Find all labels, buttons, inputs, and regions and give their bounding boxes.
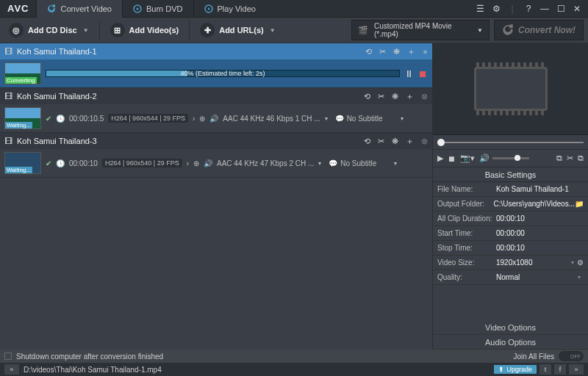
- chevron-down-icon: ▼: [477, 27, 483, 34]
- remove-icon[interactable]: ●: [423, 47, 428, 56]
- add-icon[interactable]: ＋: [407, 46, 415, 57]
- film-icon: 🎬: [358, 26, 368, 35]
- chevron-right-icon[interactable]: ›: [193, 115, 195, 123]
- subtitle-icon: 💬: [329, 159, 337, 167]
- check-icon[interactable]: ✔: [46, 159, 51, 167]
- film-plus-icon: ⊞: [114, 26, 121, 35]
- clock-icon: 🕓: [56, 159, 65, 167]
- next-button[interactable]: »: [569, 364, 584, 375]
- help-icon[interactable]: ?: [523, 4, 534, 14]
- video-item[interactable]: 🎞 Koh Samui Thailand-1 ⟲ ✂ ❋ ＋ ● Convert…: [0, 43, 432, 88]
- output-folder-input[interactable]: C:\Users\yangh\Videos...: [494, 200, 575, 208]
- start-time-input[interactable]: 00:00:00: [496, 229, 584, 237]
- side-panel: ▶ ⏹ 📷▾ 🔊 ⧉ ✂ ⧉ Basic Settings File Name:…: [432, 43, 588, 350]
- preview-timeline[interactable]: [433, 135, 588, 150]
- chevron-down-icon[interactable]: ▾: [318, 160, 321, 167]
- refresh-icon: [47, 4, 56, 13]
- stop-button[interactable]: ⏹: [418, 68, 428, 79]
- video-thumbnail: Converting: [4, 62, 41, 84]
- close-icon[interactable]: ✕: [572, 4, 582, 14]
- clock-icon: 🕓: [56, 115, 65, 123]
- join-files-toggle[interactable]: OFF: [559, 351, 584, 361]
- chevron-down-icon: ▼: [270, 27, 276, 34]
- add-urls-button[interactable]: ✚ Add URL(s) ▼: [196, 20, 279, 40]
- facebook-icon[interactable]: f: [554, 364, 566, 375]
- remove-icon[interactable]: ⊗: [421, 92, 428, 101]
- cut-icon[interactable]: ✂: [567, 153, 573, 163]
- refresh-icon[interactable]: ⟲: [365, 47, 372, 57]
- output-profile-select[interactable]: 🎬 Customized MP4 Movie (*.mp4) ▼: [351, 20, 490, 40]
- subtitle-select[interactable]: 💬 No Subtitle ▾: [332, 115, 406, 123]
- video-size-select[interactable]: 1920x1080: [496, 258, 568, 267]
- status-badge: Waiting...: [5, 122, 32, 129]
- snapshot-button[interactable]: 📷▾: [460, 153, 475, 163]
- mark-out-icon[interactable]: ⧉: [578, 153, 584, 163]
- preview-controls: ▶ ⏹ 📷▾ 🔊 ⧉ ✂ ⧉: [433, 150, 588, 167]
- video-list: 🎞 Koh Samui Thailand-1 ⟲ ✂ ❋ ＋ ● Convert…: [0, 43, 432, 350]
- footer: Shutdown computer after conversion finis…: [0, 350, 588, 376]
- audio-options-button[interactable]: Audio Options: [433, 335, 588, 350]
- stop-time-input[interactable]: 00:00:10: [496, 244, 584, 252]
- status-badge: Waiting...: [5, 167, 32, 173]
- convert-now-button[interactable]: Convert Now!: [494, 20, 584, 40]
- refresh-icon[interactable]: ⟲: [364, 92, 370, 101]
- chevron-down-icon[interactable]: ▾: [325, 115, 328, 122]
- twitter-icon[interactable]: t: [539, 364, 551, 375]
- chevron-down-icon[interactable]: ▾: [575, 274, 584, 281]
- add-cd-disc-button[interactable]: ◎ Add CD Disc ▼: [4, 20, 93, 40]
- chevron-down-icon: ▼: [83, 27, 89, 34]
- add-videos-button[interactable]: ⊞ Add Video(s): [106, 20, 184, 40]
- effects-icon[interactable]: ❋: [393, 47, 400, 57]
- play-button[interactable]: ▶: [437, 153, 443, 163]
- check-icon[interactable]: ✔: [46, 115, 51, 123]
- remove-icon[interactable]: ⊗: [421, 137, 428, 146]
- pause-button[interactable]: ⏸: [404, 68, 414, 79]
- tab-play-video[interactable]: Play Video: [193, 0, 266, 18]
- timeline-thumb[interactable]: [437, 139, 445, 146]
- subtitle-icon: 💬: [335, 115, 344, 123]
- chevron-down-icon: ▾: [401, 115, 404, 122]
- browse-folder-icon[interactable]: 📁: [575, 200, 584, 208]
- shutdown-checkbox[interactable]: [4, 352, 12, 360]
- audio-icon: ⊕: [199, 115, 205, 123]
- minimize-icon[interactable]: —: [539, 4, 550, 14]
- chevron-down-icon[interactable]: ▾: [568, 259, 577, 266]
- main-toolbar: ◎ Add CD Disc ▼ ⊞ Add Video(s) ✚ Add URL…: [0, 18, 588, 43]
- refresh-icon[interactable]: ⟲: [364, 137, 370, 146]
- tab-convert-video[interactable]: Convert Video: [36, 0, 122, 18]
- add-icon[interactable]: ＋: [406, 91, 414, 102]
- disc-icon: [133, 4, 142, 13]
- volume-slider[interactable]: [492, 157, 529, 159]
- filmstrip-icon: [474, 67, 548, 111]
- video-thumbnail: Waiting...: [4, 152, 41, 174]
- upgrade-button[interactable]: ⬆Upgrade: [494, 365, 537, 374]
- video-item[interactable]: 🎞 Koh Samui Thailand-2 ⟲ ✂ ❋ ＋ ⊗ Waiting…: [0, 88, 432, 133]
- file-path: D:\videos\Thai\Koh Samui Thailand-1.mp4: [24, 366, 162, 374]
- tab-burn-dvd[interactable]: Burn DVD: [122, 0, 193, 18]
- settings-icon[interactable]: ⚙: [491, 4, 501, 14]
- menu-icon[interactable]: ☰: [475, 4, 485, 14]
- filename-input[interactable]: Koh Samui Thailand-1: [496, 185, 584, 193]
- disc-plus-icon: ◎: [12, 26, 20, 35]
- effects-icon[interactable]: ❋: [392, 137, 398, 146]
- mark-in-icon[interactable]: ⧉: [556, 153, 562, 163]
- volume-icon[interactable]: 🔊: [479, 153, 490, 163]
- video-options-button[interactable]: Video Options: [433, 320, 588, 335]
- gear-icon[interactable]: ⚙: [577, 258, 584, 267]
- speaker-icon: 🔊: [209, 115, 218, 123]
- prev-button[interactable]: «: [4, 364, 19, 375]
- video-item[interactable]: 🎞 Koh Samui Thailand-3 ⟲ ✂ ❋ ＋ ⊗ Waiting…: [0, 133, 432, 178]
- status-badge: Converting: [5, 77, 37, 84]
- chevron-right-icon[interactable]: ›: [187, 159, 189, 167]
- cut-icon[interactable]: ✂: [378, 137, 384, 146]
- subtitle-select[interactable]: 💬 No Subtitle ▾: [326, 159, 400, 167]
- effects-icon[interactable]: ❋: [392, 92, 398, 101]
- settings-header: Basic Settings: [433, 167, 588, 182]
- stop-button[interactable]: ⏹: [448, 154, 456, 163]
- cut-icon[interactable]: ✂: [379, 47, 386, 57]
- upload-icon: ⬆: [498, 366, 504, 373]
- add-icon[interactable]: ＋: [406, 136, 414, 147]
- cut-icon[interactable]: ✂: [378, 92, 384, 101]
- quality-select[interactable]: Normal: [496, 273, 575, 281]
- maximize-icon[interactable]: ☐: [556, 4, 566, 14]
